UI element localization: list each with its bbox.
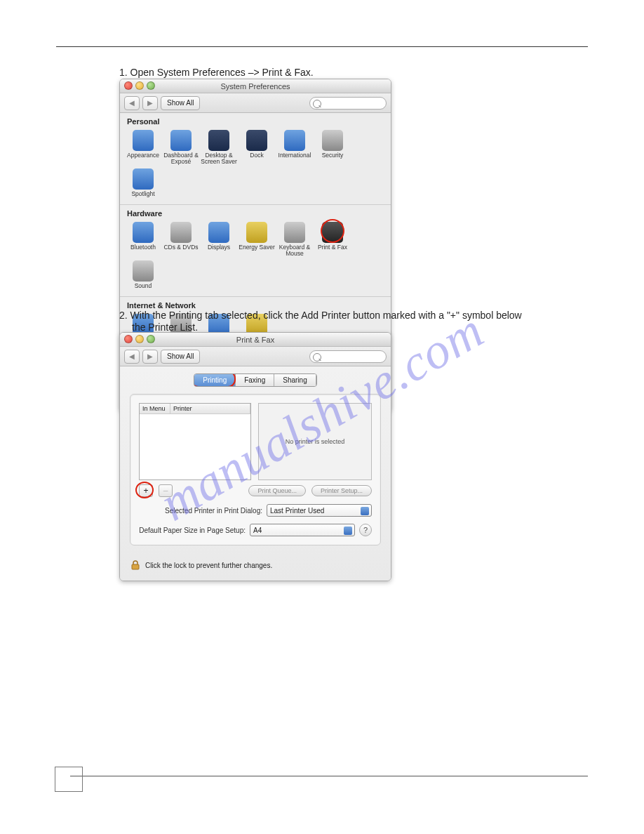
pref-item-label: Appearance	[124, 152, 162, 159]
international-icon	[284, 130, 305, 151]
col-printer: Printer	[170, 404, 250, 413]
remove-printer-button[interactable]: –	[159, 484, 173, 497]
minimize-icon[interactable]	[135, 335, 144, 343]
appearance-icon	[133, 130, 154, 151]
show-all-button[interactable]: Show All	[161, 350, 200, 364]
forward-button[interactable]: ▶	[142, 350, 158, 364]
pref-item-label: CDs & DVDs	[162, 244, 200, 251]
pref-item-dashboard-expos-[interactable]: Dashboard & Exposé	[162, 128, 200, 167]
dashboard-expos--icon	[170, 130, 192, 151]
keyboard-mouse-icon	[284, 222, 305, 243]
forward-button[interactable]: ▶	[142, 96, 158, 110]
tab-sharing[interactable]: Sharing	[274, 374, 316, 386]
page-top-rule	[56, 46, 588, 47]
zoom-icon[interactable]	[147, 335, 155, 343]
pref-item-sound[interactable]: Sound	[124, 259, 162, 291]
window-titlebar: Print & Fax	[120, 333, 391, 347]
category-header: Personal	[120, 113, 391, 127]
print-queue-button[interactable]: Print Queue...	[248, 485, 306, 496]
pref-item-security[interactable]: Security	[314, 128, 351, 167]
paper-size-label: Default Paper Size in Page Setup:	[139, 527, 246, 534]
back-button[interactable]: ◀	[124, 96, 140, 110]
pref-item-label: Desktop & Screen Saver	[200, 152, 238, 166]
printer-preview: No printer is selected	[258, 403, 372, 480]
selected-printer-label: Selected Printer in Print Dialog:	[165, 507, 262, 515]
close-icon[interactable]	[124, 81, 133, 90]
traffic-lights	[124, 81, 155, 90]
tab-bar: Printing Faxing Sharing	[194, 373, 316, 387]
lock-row: Click the lock to prevent further change…	[130, 560, 381, 571]
back-button[interactable]: ◀	[124, 350, 140, 364]
close-icon[interactable]	[124, 335, 133, 343]
pref-item-label: Print & Fax	[314, 244, 351, 251]
pref-item-desktop-screen-saver[interactable]: Desktop & Screen Saver	[200, 128, 238, 167]
page-bottom-rule	[70, 776, 588, 776]
print-fax-icon	[322, 222, 343, 243]
pref-item-label: International	[276, 152, 314, 159]
window-title: System Preferences	[220, 82, 290, 91]
dock-icon	[246, 130, 267, 151]
toolbar: ◀ ▶ Show All	[120, 347, 391, 366]
pref-item-keyboard-mouse[interactable]: Keyboard & Mouse	[276, 220, 314, 259]
category-row: AppearanceDashboard & ExposéDesktop & Sc…	[120, 127, 391, 205]
pref-item-label: Sound	[124, 283, 162, 289]
printing-panel: In Menu Printer No printer is selected +…	[130, 394, 381, 545]
window-titlebar: System Preferences	[120, 79, 391, 93]
category-header: Hardware	[120, 205, 391, 219]
minimize-icon[interactable]	[135, 81, 144, 90]
toolbar: ◀ ▶ Show All	[120, 93, 391, 113]
page-number-box	[55, 767, 83, 792]
bluetooth-icon	[133, 222, 154, 243]
traffic-lights	[124, 335, 155, 343]
help-button[interactable]: ?	[359, 524, 372, 536]
window-title: Print & Fax	[236, 336, 274, 344]
step2-cont: the Printer List.	[132, 322, 198, 333]
paper-size-popup[interactable]: A4	[250, 524, 355, 536]
pref-item-bluetooth[interactable]: Bluetooth	[124, 220, 162, 259]
pref-item-label: Dashboard & Exposé	[162, 152, 200, 166]
selected-printer-popup[interactable]: Last Printer Used	[267, 504, 372, 517]
search-input[interactable]	[309, 350, 387, 363]
pref-item-displays[interactable]: Displays	[200, 220, 238, 259]
pref-item-label: Displays	[200, 244, 238, 251]
print-fax-window: Print & Fax ◀ ▶ Show All Printing Faxing…	[119, 332, 391, 581]
lock-icon[interactable]	[130, 560, 141, 571]
desktop-screen-saver-icon	[208, 130, 229, 151]
category-row: BluetoothCDs & DVDsDisplaysEnergy SaverK…	[120, 219, 391, 297]
pref-item-spotlight[interactable]: Spotlight	[124, 167, 162, 199]
svg-rect-0	[132, 564, 139, 569]
col-in-menu: In Menu	[140, 404, 170, 413]
pref-item-label: Dock	[238, 152, 276, 159]
tab-printing[interactable]: Printing	[194, 374, 236, 386]
pref-item-print-fax[interactable]: Print & Fax	[314, 220, 351, 259]
lock-text: Click the lock to prevent further change…	[145, 562, 272, 569]
security-icon	[322, 130, 343, 151]
add-printer-button[interactable]: +	[139, 484, 153, 497]
pref-item-appearance[interactable]: Appearance	[124, 128, 162, 167]
cds-dvds-icon	[170, 222, 192, 243]
pref-item-label: Energy Saver	[238, 244, 276, 251]
pref-item-international[interactable]: International	[276, 128, 314, 167]
pref-item-label: Bluetooth	[124, 244, 162, 251]
step1-text: 1. Open System Preferences –> Print & Fa…	[119, 67, 314, 78]
sound-icon	[133, 260, 154, 282]
printer-list-header: In Menu Printer	[140, 404, 250, 414]
no-printer-label: No printer is selected	[286, 438, 345, 445]
search-input[interactable]	[309, 97, 387, 110]
printer-setup-button[interactable]: Printer Setup...	[311, 485, 372, 496]
pref-item-label: Spotlight	[124, 191, 162, 197]
energy-saver-icon	[246, 222, 267, 243]
pref-item-dock[interactable]: Dock	[238, 128, 276, 167]
show-all-button[interactable]: Show All	[161, 96, 200, 110]
tab-faxing[interactable]: Faxing	[236, 374, 274, 386]
pref-item-label: Security	[314, 152, 351, 159]
pref-item-cds-dvds[interactable]: CDs & DVDs	[162, 220, 200, 259]
pref-item-energy-saver[interactable]: Energy Saver	[238, 220, 276, 259]
displays-icon	[208, 222, 229, 243]
zoom-icon[interactable]	[147, 81, 155, 90]
spotlight-icon	[133, 168, 154, 190]
printer-list[interactable]: In Menu Printer	[139, 403, 251, 480]
window-body: Printing Faxing Sharing In Menu Printer …	[120, 366, 391, 581]
pref-item-label: Keyboard & Mouse	[276, 244, 314, 258]
step2-text: 2. With the Printing tab selected, click…	[119, 310, 522, 321]
